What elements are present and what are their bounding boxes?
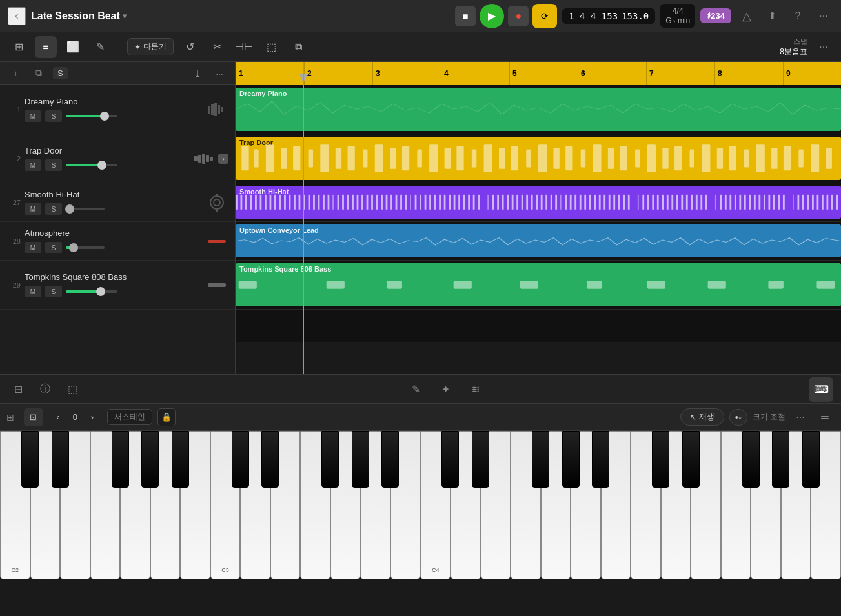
copy-button[interactable]: ⧉ bbox=[287, 36, 309, 58]
grid-view-button[interactable]: ⊞ bbox=[8, 36, 30, 58]
play-button[interactable]: ▶ bbox=[480, 4, 504, 28]
volume-slider-1[interactable] bbox=[66, 115, 117, 117]
help-icon-button[interactable]: ? bbox=[788, 6, 807, 26]
svg-rect-40 bbox=[565, 146, 572, 171]
piano-line-button[interactable]: ═ bbox=[815, 408, 835, 427]
black-key-oct3-pos1[interactable] bbox=[682, 431, 700, 488]
volume-slider-27[interactable] bbox=[66, 208, 105, 210]
loop-button[interactable]: ↺ bbox=[179, 36, 201, 58]
share-icon-button[interactable]: ⬆ bbox=[762, 6, 782, 26]
info-button[interactable]: ⓘ bbox=[35, 379, 56, 400]
black-key-oct0-pos4[interactable] bbox=[141, 431, 159, 488]
black-key-oct2-pos0[interactable] bbox=[441, 431, 459, 488]
mute-btn-29[interactable]: M bbox=[25, 286, 41, 297]
clip-lane-tompkins[interactable]: Tompkins Square 808 Bass bbox=[236, 261, 841, 310]
black-key-oct2-pos1[interactable] bbox=[472, 431, 489, 488]
clip-smooth[interactable]: Smooth Hi-Hat // generate many thin rect… bbox=[236, 186, 841, 219]
black-key-oct0-pos3[interactable] bbox=[112, 431, 129, 488]
s-label[interactable]: S bbox=[53, 67, 68, 79]
stop-button[interactable]: ■ bbox=[455, 6, 476, 26]
svg-rect-161 bbox=[739, 195, 741, 210]
position-display[interactable]: 1 4 4 153 153.0 bbox=[562, 8, 655, 24]
screen-button[interactable]: ⬜ bbox=[62, 36, 84, 58]
track-icon-29 bbox=[205, 273, 228, 297]
lock-button[interactable]: 🔒 bbox=[157, 408, 176, 426]
svg-rect-97 bbox=[415, 195, 417, 210]
clip-lane-trap[interactable]: Trap Door bbox=[236, 134, 841, 183]
record-button[interactable]: ● bbox=[508, 6, 529, 26]
black-key-oct1-pos1[interactable] bbox=[261, 431, 279, 488]
volume-slider-29[interactable] bbox=[66, 290, 117, 293]
add-track-button[interactable]: + bbox=[6, 65, 25, 83]
title-chevron-icon[interactable]: ▾ bbox=[123, 12, 127, 21]
edit-pen-button[interactable]: ✎ bbox=[406, 379, 427, 400]
track-icon-27 bbox=[205, 191, 228, 214]
back-button[interactable]: ‹ bbox=[8, 7, 26, 25]
sun-button[interactable]: ✦ bbox=[436, 379, 456, 400]
volume-slider-2[interactable] bbox=[66, 164, 117, 166]
solo-btn-29[interactable]: S bbox=[45, 286, 62, 297]
duplicate-track-button[interactable]: ⧉ bbox=[30, 65, 48, 83]
clip-dreamy[interactable]: Dreamy Piano bbox=[236, 88, 841, 131]
dot-button[interactable]: •◦ bbox=[729, 409, 747, 426]
panel-button[interactable]: ⬚ bbox=[62, 379, 83, 400]
solo-btn-28[interactable]: S bbox=[45, 242, 62, 253]
black-key-oct3-pos4[interactable] bbox=[772, 431, 789, 488]
clip-trap[interactable]: Trap Door bbox=[236, 137, 841, 180]
keyboard-toggle-button[interactable]: ⌨ bbox=[809, 377, 833, 402]
black-key-oct0-pos5[interactable] bbox=[172, 431, 189, 488]
solo-btn-2[interactable]: S bbox=[45, 159, 62, 171]
black-key-oct2-pos5[interactable] bbox=[592, 431, 609, 488]
piano-more-button[interactable]: ··· bbox=[791, 408, 810, 427]
nav-prev-button[interactable]: ‹ bbox=[48, 408, 68, 426]
metronome-button[interactable]: △ bbox=[736, 6, 757, 26]
list-view-button[interactable]: ≡ bbox=[35, 36, 57, 58]
mute-btn-28[interactable]: M bbox=[25, 242, 41, 253]
cycle-button[interactable]: ⟳ bbox=[532, 4, 557, 28]
snap-more-button[interactable]: ··· bbox=[814, 37, 833, 57]
select-button[interactable]: ⬚ bbox=[260, 36, 282, 58]
snap-button[interactable]: ✦ 다듬기 bbox=[127, 38, 174, 55]
pen-tool-button[interactable]: ✎ bbox=[89, 36, 111, 58]
timeline-ruler[interactable]: 1 2 3 4 5 6 7 8 9 bbox=[236, 62, 841, 85]
download-button[interactable]: ⤓ bbox=[188, 65, 207, 83]
svg-rect-131 bbox=[584, 195, 586, 210]
black-key-oct2-pos4[interactable] bbox=[562, 431, 580, 488]
svg-rect-66 bbox=[265, 195, 267, 210]
nav-next-button[interactable]: › bbox=[83, 408, 102, 426]
black-key-oct3-pos5[interactable] bbox=[802, 431, 820, 488]
black-key-oct1-pos5[interactable] bbox=[381, 431, 399, 488]
black-key-oct1-pos4[interactable] bbox=[352, 431, 369, 488]
black-key-oct3-pos0[interactable] bbox=[652, 431, 669, 488]
cut-button[interactable]: ✂ bbox=[206, 36, 228, 58]
plugin-button[interactable]: ⊟ bbox=[8, 379, 28, 400]
eq-button[interactable]: ≋ bbox=[465, 379, 486, 400]
clip-lane-dreamy[interactable]: Dreamy Piano bbox=[236, 85, 841, 134]
clip-tompkins[interactable]: Tompkins Square 808 Bass bbox=[236, 263, 841, 306]
more-icon-button[interactable]: ··· bbox=[814, 6, 833, 26]
clip-atmo[interactable]: Uptown Conveyor Lead bbox=[236, 224, 841, 257]
split-button[interactable]: ⊣⊢ bbox=[233, 36, 255, 58]
key-badge[interactable]: ♯234 bbox=[700, 8, 731, 23]
clip-lane-atmo[interactable]: Uptown Conveyor Lead bbox=[236, 222, 841, 261]
black-key-oct0-pos1[interactable] bbox=[52, 431, 69, 488]
mute-btn-27[interactable]: M bbox=[25, 203, 41, 215]
solo-btn-1[interactable]: S bbox=[45, 110, 62, 122]
expand-button-2[interactable]: › bbox=[218, 154, 228, 164]
black-key-oct1-pos0[interactable] bbox=[232, 431, 249, 488]
clip-lane-smooth[interactable]: Smooth Hi-Hat // generate many thin rect… bbox=[236, 183, 841, 222]
solo-btn-27[interactable]: S bbox=[45, 203, 62, 215]
mute-btn-2[interactable]: M bbox=[25, 159, 41, 171]
piano-play-button[interactable]: ↖ 재생 bbox=[680, 408, 724, 426]
black-key-oct2-pos3[interactable] bbox=[532, 431, 549, 488]
black-key-oct1-pos3[interactable] bbox=[321, 431, 339, 488]
time-signature[interactable]: 4/4 G♭ min bbox=[660, 4, 695, 28]
black-key-oct0-pos0[interactable] bbox=[21, 431, 39, 488]
split-view-button[interactable]: ⊡ bbox=[24, 408, 43, 426]
black-key-oct3-pos3[interactable] bbox=[742, 431, 760, 488]
sustain-button[interactable]: 서스테인 bbox=[107, 409, 152, 425]
svg-rect-79 bbox=[328, 195, 330, 210]
volume-slider-28[interactable] bbox=[66, 246, 105, 249]
mute-btn-1[interactable]: M bbox=[25, 110, 41, 122]
more-button[interactable]: ··· bbox=[210, 65, 228, 83]
